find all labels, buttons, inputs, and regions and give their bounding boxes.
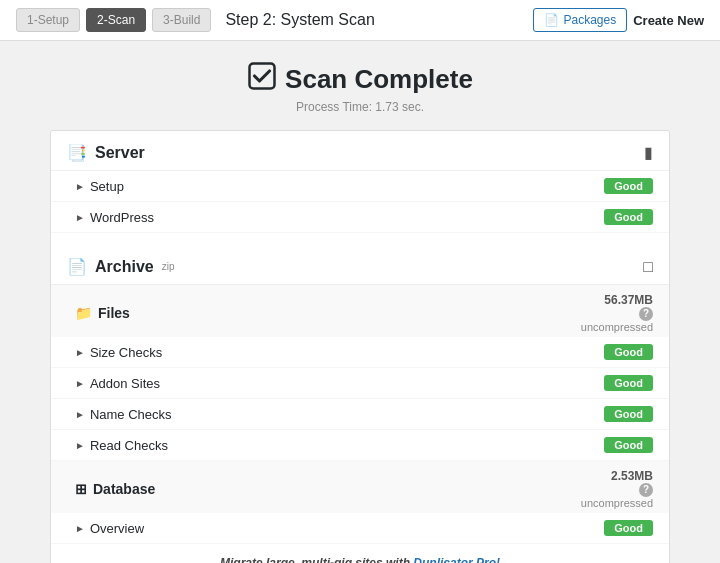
info-icon[interactable]: ? [639,307,653,321]
row-arrow-icon: ► [75,181,85,192]
top-bar: 1-Setup 2-Scan 3-Build Step 2: System Sc… [0,0,720,41]
step2-button[interactable]: 2-Scan [86,8,146,32]
addon-sites-badge: Good [604,375,653,391]
files-subsection-title: 📁 Files [75,305,130,321]
archive-action-icon[interactable]: □ [643,258,653,276]
row-arrow-icon: ► [75,347,85,358]
file-size-checks-badge: Good [604,344,653,360]
archive-section-title: 📄 Archive zip [67,257,175,276]
server-icon: 📑 [67,143,87,162]
row-arrow-icon: ► [75,378,85,389]
row-arrow-icon: ► [75,523,85,534]
server-wordpress-row: ► WordPress Good [51,202,669,233]
read-checks-badge: Good [604,437,653,453]
server-setup-badge: Good [604,178,653,194]
row-arrow-icon: ► [75,440,85,451]
read-checks-row: ► Read Checks Good [51,430,669,461]
packages-button[interactable]: 📄 Packages [533,8,627,32]
db-info-icon[interactable]: ? [639,483,653,497]
row-arrow-icon: ► [75,212,85,223]
scan-complete-title: Scan Complete [247,61,473,98]
server-action-icon[interactable]: ▮ [644,143,653,162]
packages-icon: 📄 [544,13,559,27]
duplicator-pro-link[interactable]: Duplicator Pro! [413,556,500,563]
process-time: Process Time: 1.73 sec. [247,100,473,114]
database-size-meta: 2.53MB ? uncompressed [581,469,653,509]
files-icon: 📁 [75,305,92,321]
server-section-title: 📑 Server [67,143,145,162]
create-new-button[interactable]: Create New [633,13,704,28]
addon-sites-row: ► Addon Sites Good [51,368,669,399]
scan-results-card: 📑 Server ▮ ► Setup Good ► WordPress Good… [50,130,670,563]
server-wordpress-label: ► WordPress [75,210,154,225]
server-setup-row: ► Setup Good [51,171,669,202]
db-overview-badge: Good [604,520,653,536]
db-overview-row: ► Overview Good [51,513,669,544]
server-wordpress-badge: Good [604,209,653,225]
step3-button[interactable]: 3-Build [152,8,211,32]
files-size-meta: 56.37MB ? uncompressed [581,293,653,333]
archive-section-header: 📄 Archive zip □ [51,245,669,285]
file-size-checks-row: ► Size Checks Good [51,337,669,368]
name-checks-row: ► Name Checks Good [51,399,669,430]
main-content: Scan Complete Process Time: 1.73 sec. 📑 … [0,41,720,563]
database-subsection-title: ⊞ Database [75,481,155,497]
step1-button[interactable]: 1-Setup [16,8,80,32]
server-section-header: 📑 Server ▮ [51,131,669,171]
scan-complete-header: Scan Complete Process Time: 1.73 sec. [247,61,473,114]
promo-text: Migrate large, multi-gig sites with [220,556,410,563]
row-arrow-icon: ► [75,409,85,420]
name-checks-badge: Good [604,406,653,422]
page-title: Step 2: System Scan [225,11,527,29]
archive-icon: 📄 [67,257,87,276]
checkmark-icon [247,61,277,98]
files-subsection-header: 📁 Files 56.37MB ? uncompressed [51,285,669,337]
database-subsection-header: ⊞ Database 2.53MB ? uncompressed [51,461,669,513]
server-setup-label: ► Setup [75,179,124,194]
zip-badge: zip [162,261,175,272]
database-icon: ⊞ [75,481,87,497]
migrate-promo: Migrate large, multi-gig sites with Dupl… [51,544,669,563]
